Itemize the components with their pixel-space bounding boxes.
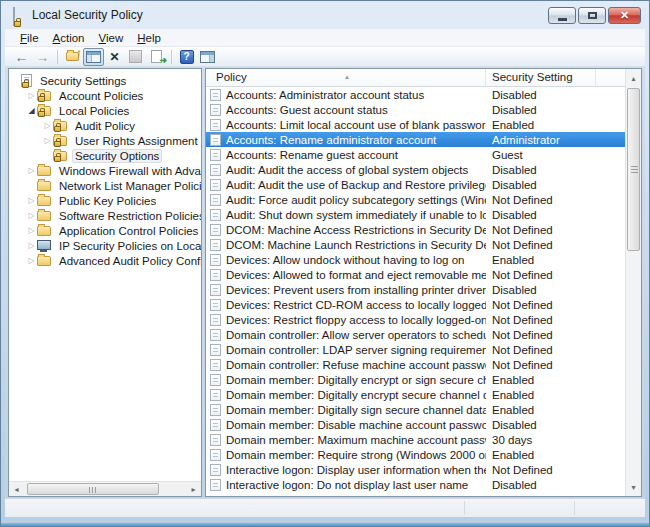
status-bar-divider — [574, 501, 575, 515]
menu-item-action[interactable]: Action — [46, 31, 92, 45]
expand-icon[interactable]: ▷ — [42, 121, 53, 130]
policy-row[interactable]: Domain member: Require strong (Windows 2… — [206, 447, 625, 462]
policy-row[interactable]: Accounts: Administrator account statusDi… — [206, 87, 625, 102]
policy-row[interactable]: Accounts: Rename guest accountGuest — [206, 147, 625, 162]
menu-mnemonic: H — [137, 32, 145, 44]
list-vertical-scrollbar[interactable]: ▴ ▾ — [625, 69, 641, 496]
policy-row[interactable]: Interactive logon: Do not display last u… — [206, 477, 625, 492]
policy-row[interactable]: Devices: Allow undock without having to … — [206, 252, 625, 267]
policy-name: Audit: Shut down system immediately if u… — [226, 209, 486, 221]
properties-button[interactable] — [125, 48, 146, 66]
policy-row[interactable]: Accounts: Limit local account use of bla… — [206, 117, 625, 132]
tree-horizontal-scrollbar[interactable]: ◂ ▸ — [9, 481, 201, 496]
client-area: FileActionViewHelp ←→↑✕? Security Settin… — [5, 29, 645, 517]
up-one-level-button[interactable]: ↑ — [62, 48, 83, 66]
expand-icon[interactable]: ▷ — [26, 91, 37, 100]
policy-row[interactable]: DCOM: Machine Launch Restrictions in Sec… — [206, 237, 625, 252]
show-action-pane-button[interactable] — [197, 48, 218, 66]
console-tree: Security Settings▷Account Policies◢Local… — [9, 73, 201, 268]
horizontal-scrollbar-thumb[interactable] — [27, 483, 159, 495]
policy-row[interactable]: Devices: Prevent users from installing p… — [206, 282, 625, 297]
vertical-scrollbar-thumb[interactable] — [627, 88, 640, 251]
scroll-up-arrow-icon[interactable]: ▴ — [626, 70, 641, 86]
minimize-button[interactable] — [548, 7, 576, 24]
policy-row[interactable]: Domain member: Disable machine account p… — [206, 417, 625, 432]
tree-item-local-policies[interactable]: ◢Local Policies — [9, 103, 201, 118]
column-header-policy[interactable]: Policy ▲ — [206, 69, 486, 87]
tree-item-user-rights-assignment[interactable]: ▷User Rights Assignment — [9, 133, 201, 148]
tree-item-advanced-audit-policy-configuration[interactable]: ▷Advanced Audit Policy Configuration — [9, 253, 201, 268]
policy-row[interactable]: Devices: Restrict floppy access to local… — [206, 312, 625, 327]
help-button[interactable]: ? — [176, 48, 197, 66]
security-setting-value: Disabled — [492, 164, 625, 176]
column-header-security-setting[interactable]: Security Setting — [486, 69, 596, 87]
show-console-tree-button[interactable] — [83, 48, 104, 66]
policy-row[interactable]: DCOM: Machine Access Restrictions in Sec… — [206, 222, 625, 237]
tree-item-security-options[interactable]: Security Options — [9, 148, 201, 163]
menu-item-view[interactable]: View — [92, 31, 131, 45]
scroll-down-arrow-icon[interactable]: ▾ — [626, 479, 641, 495]
policy-row[interactable]: Accounts: Guest account statusDisabled — [206, 102, 625, 117]
policy-row[interactable]: Domain controller: LDAP server signing r… — [206, 342, 625, 357]
security-setting-value: Enabled — [492, 449, 625, 461]
tree-item-public-key-policies[interactable]: ▷Public Key Policies — [9, 193, 201, 208]
tree-item-audit-policy[interactable]: ▷Audit Policy — [9, 118, 201, 133]
policy-column-label: Policy — [216, 71, 247, 83]
expand-icon[interactable]: ▷ — [26, 241, 37, 250]
folder-icon — [37, 226, 51, 236]
tree-item-network-list-manager-policies[interactable]: Network List Manager Policies — [9, 178, 201, 193]
forward-button[interactable]: → — [32, 48, 53, 66]
policy-row[interactable]: Domain member: Maximum machine account p… — [206, 432, 625, 447]
policy-row[interactable]: Domain member: Digitally encrypt secure … — [206, 387, 625, 402]
policy-row[interactable]: Audit: Shut down system immediately if u… — [206, 207, 625, 222]
policy-row[interactable]: Domain member: Digitally encrypt or sign… — [206, 372, 625, 387]
policy-document-icon — [210, 464, 221, 476]
collapse-icon[interactable]: ◢ — [26, 106, 37, 115]
tree-item-application-control-policies[interactable]: ▷Application Control Policies — [9, 223, 201, 238]
lock-badge-icon — [38, 96, 45, 102]
policy-row[interactable]: Audit: Force audit policy subcategory se… — [206, 192, 625, 207]
policy-document-icon — [210, 209, 221, 221]
expand-icon[interactable]: ▷ — [26, 166, 37, 175]
expand-icon[interactable]: ▷ — [42, 136, 53, 145]
policy-row[interactable]: Audit: Audit the access of global system… — [206, 162, 625, 177]
tree-item-label: Audit Policy — [72, 120, 138, 132]
expand-icon[interactable]: ▷ — [26, 226, 37, 235]
tree-item-ip-security-policies-on-local-computer[interactable]: ▷IP Security Policies on Local Computer — [9, 238, 201, 253]
properties-icon — [129, 50, 142, 63]
policy-row[interactable]: Domain controller: Allow server operator… — [206, 327, 625, 342]
status-bar — [5, 498, 645, 517]
security-setting-value: Disabled — [492, 179, 625, 191]
tree-item-account-policies[interactable]: ▷Account Policies — [9, 88, 201, 103]
policy-row[interactable]: Devices: Restrict CD-ROM access to local… — [206, 297, 625, 312]
policy-row[interactable]: Interactive logon: Display user informat… — [206, 462, 625, 477]
policy-row[interactable]: Devices: Allowed to format and eject rem… — [206, 267, 625, 282]
policy-row[interactable]: Domain controller: Refuse machine accoun… — [206, 357, 625, 372]
menu-item-help[interactable]: Help — [130, 31, 168, 45]
maximize-button[interactable] — [578, 7, 606, 24]
security-setting-value: Disabled — [492, 284, 625, 296]
policy-document-icon — [210, 224, 221, 236]
policy-row[interactable]: Audit: Audit the use of Backup and Resto… — [206, 177, 625, 192]
expand-icon[interactable]: ▷ — [26, 256, 37, 265]
export-list-button[interactable] — [146, 48, 167, 66]
policy-document-icon — [210, 299, 221, 311]
scroll-right-arrow-icon[interactable]: ▸ — [186, 482, 201, 496]
title-bar[interactable]: Local Security Policy ✕ — [1, 1, 649, 29]
back-button[interactable]: ← — [11, 48, 32, 66]
expand-icon[interactable]: ▷ — [26, 211, 37, 220]
expand-icon[interactable]: ▷ — [26, 196, 37, 205]
tree-item-windows-firewall-with-advanced-security[interactable]: ▷Windows Firewall with Advanced Security — [9, 163, 201, 178]
tree-item-security-settings[interactable]: Security Settings — [9, 73, 201, 88]
close-button[interactable]: ✕ — [608, 7, 641, 24]
policy-list-panel: Policy ▲ Security Setting Accounts: Admi… — [205, 68, 642, 497]
lock-folder-icon — [53, 136, 67, 146]
policy-row[interactable]: Domain member: Digitally sign secure cha… — [206, 402, 625, 417]
delete-button[interactable]: ✕ — [104, 48, 125, 66]
scroll-left-arrow-icon[interactable]: ◂ — [9, 482, 24, 496]
menu-item-file[interactable]: File — [13, 31, 46, 45]
policy-name: Devices: Allow undock without having to … — [226, 254, 486, 266]
policy-row[interactable]: Accounts: Rename administrator accountAd… — [206, 132, 625, 147]
lock-folder-icon — [53, 151, 67, 161]
tree-item-software-restriction-policies[interactable]: ▷Software Restriction Policies — [9, 208, 201, 223]
